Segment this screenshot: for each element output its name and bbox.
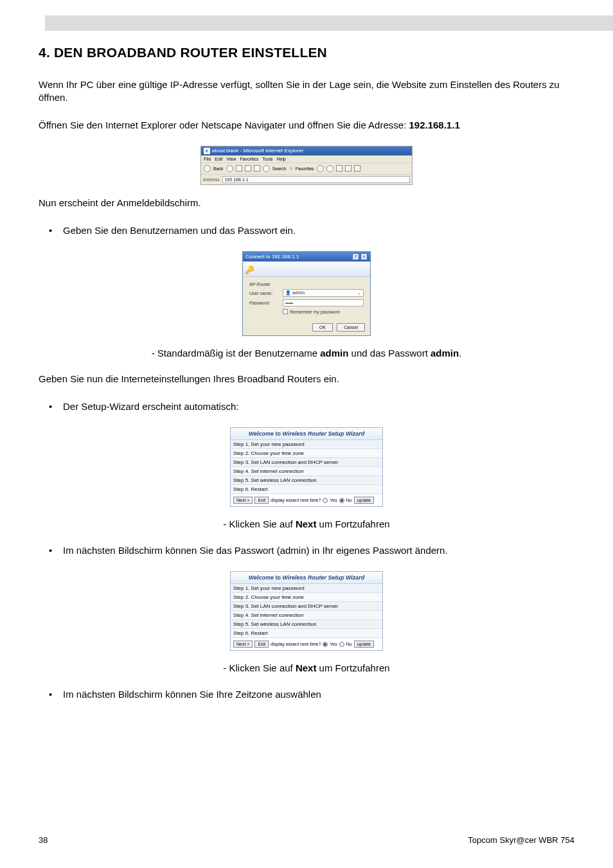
print-icon[interactable] [345,165,351,172]
next-bold-1: Next [296,518,317,529]
bullet-enter-credentials: Geben Sie den Benutzernamen und das Pass… [63,224,574,237]
page-footer: 38 Topcom Skyr@cer WBR 754 [39,835,574,845]
back-icon[interactable] [204,165,211,172]
media-icon[interactable] [317,165,324,172]
note-text-3: . [459,348,461,359]
bullet-list-1: Geben Sie den Benutzernamen und das Pass… [39,224,574,237]
radio-no-label: No [346,498,352,502]
history-icon[interactable] [326,165,333,172]
home-icon[interactable] [254,165,260,172]
default-credentials-note: - Standardmäßig ist der Benutzername adm… [39,348,574,359]
mail-icon[interactable] [336,165,342,172]
password-input[interactable]: ••••• [283,299,364,306]
wizard-prompt: display wizard next time? [271,498,321,502]
chevron-down-icon[interactable]: ⌄ [357,290,361,296]
exit-button-2[interactable]: Exit [254,641,269,648]
username-input[interactable]: 👤 admin ⌄ [283,289,364,297]
login-body: AP-Router User name: 👤 admin ⌄ Password:… [243,277,370,319]
enter-settings-paragraph: Geben Sie nun die Interneteinstellungen … [39,373,574,385]
ie-address-bar: Address 192.168.1.1 [201,175,412,184]
ie-title-text: about:blank - Microsoft Internet Explore… [212,148,303,154]
stop-icon[interactable] [236,165,242,172]
note-text-5: um Fortzufahren [316,518,389,529]
remember-label: Remember my password [290,310,340,314]
bullet-wizard-appears: Der Setup-Wizard erscheint automatisch: [63,400,574,413]
remember-checkbox-row[interactable]: Remember my password [283,309,364,314]
update-button-2[interactable]: update [354,641,374,648]
wizard-step-5: Step 5. Set wireless LAN connection [231,476,382,485]
wizard-figure-1: Welcome to Wireless Router Setup Wizard … [39,427,574,507]
grey-banner [45,15,613,31]
bullet-list-3: Im nächsten Bildschirm können Sie das Pa… [39,544,574,557]
refresh-icon[interactable] [245,165,251,172]
ie-app-icon: e [204,148,210,154]
favorites-label: Favorites [296,166,314,171]
radio-yes-label: Yes [330,498,337,502]
radio-no[interactable] [339,498,344,503]
wizard2-step-6: Step 6. Restart [231,629,382,638]
key-icon: 🔑 [245,265,254,274]
ie-menu-favorites[interactable]: Favorites [240,157,258,161]
wizard-figure-2: Welcome to Wireless Router Setup Wizard … [39,571,574,651]
login-footer: OK Cancel [243,319,370,335]
ie-menu-tools[interactable]: Tools [262,157,272,161]
wizard-window: Welcome to Wireless Router Setup Wizard … [230,427,383,507]
note-text-2: und das Passwort [348,348,431,359]
login-banner: 🔑 [243,261,370,277]
username-label: User name: [249,291,279,296]
radio-no-2[interactable] [339,642,344,647]
cancel-button[interactable]: Cancel [337,323,365,332]
address-label: Address [203,177,220,182]
note-text-4: - Klicken Sie auf [223,518,296,529]
login-dialog-figure: Connect to 192.168.1.1 ? × 🔑 AP-Router U… [39,251,574,336]
remember-checkbox[interactable] [283,309,288,314]
wizard-title: Welcome to Wireless Router Setup Wizard [231,428,382,440]
exit-button[interactable]: Exit [254,497,269,504]
favorites-icon[interactable]: ☆ [289,166,293,171]
page-number: 38 [39,835,48,845]
password-label: Password: [249,301,279,305]
wizard-window-2: Welcome to Wireless Router Setup Wizard … [230,571,383,651]
click-next-note-1: - Klicken Sie auf Next um Fortzufahren [39,518,574,529]
close-icon[interactable]: × [360,253,368,260]
login-realm: AP-Router [249,282,364,287]
ie-menubar[interactable]: File Edit View Favorites Tools Help [201,155,412,163]
wizard-step-1: Step 1. Set your new password [231,440,382,449]
ok-button[interactable]: OK [312,323,333,332]
section-heading: 4. DEN BROADBAND ROUTER EINSTELLEN [39,45,574,60]
wizard2-step-2: Step 2. Choose your time zone [231,593,382,602]
back-label: Back [213,166,224,171]
ie-menu-edit[interactable]: Edit [215,157,222,161]
login-titlebar: Connect to 192.168.1.1 ? × [243,252,370,261]
default-password: admin [431,348,459,359]
ie-menu-file[interactable]: File [204,157,211,161]
ie-titlebar: e about:blank - Microsoft Internet Explo… [201,146,412,155]
wizard-step-6: Step 6. Restart [231,485,382,494]
help-icon[interactable]: ? [352,253,359,260]
ie-menu-help[interactable]: Help [277,157,286,161]
next-button[interactable]: Next > [233,497,253,504]
edit-icon[interactable] [354,165,360,172]
wizard-step-2: Step 2. Choose your time zone [231,449,382,458]
next-bold-2: Next [296,662,317,673]
update-button[interactable]: update [354,497,374,504]
ie-toolbar[interactable]: Back Search ☆ Favorites [201,163,412,175]
wizard-step-4: Step 4. Set internet connection [231,467,382,476]
next-button-2[interactable]: Next > [233,641,253,648]
address-input[interactable]: 192.168.1.1 [222,176,410,183]
login-title-text: Connect to 192.168.1.1 [245,254,299,260]
wizard-title-2: Welcome to Wireless Router Setup Wizard [231,572,382,584]
open-browser-paragraph: Öffnen Sie den Internet Explorer oder Ne… [39,119,574,132]
radio-no-label-2: No [346,642,352,646]
ie-menu-view[interactable]: View [226,157,236,161]
radio-yes[interactable] [323,498,328,503]
login-appears-paragraph: Nun erscheint der Anmeldebildschirm. [39,197,574,209]
open-browser-text: Öffnen Sie den Internet Explorer oder Ne… [39,120,409,130]
radio-yes-2[interactable] [323,642,328,647]
product-name: Topcom Skyr@cer WBR 754 [468,835,574,845]
search-icon[interactable] [263,165,270,172]
search-label: Search [272,166,287,171]
forward-icon[interactable] [226,165,233,172]
bullet-list-4: Im nächsten Bildschirm können Sie Ihre Z… [39,687,574,701]
ie-screenshot-figure: e about:blank - Microsoft Internet Explo… [39,146,574,185]
